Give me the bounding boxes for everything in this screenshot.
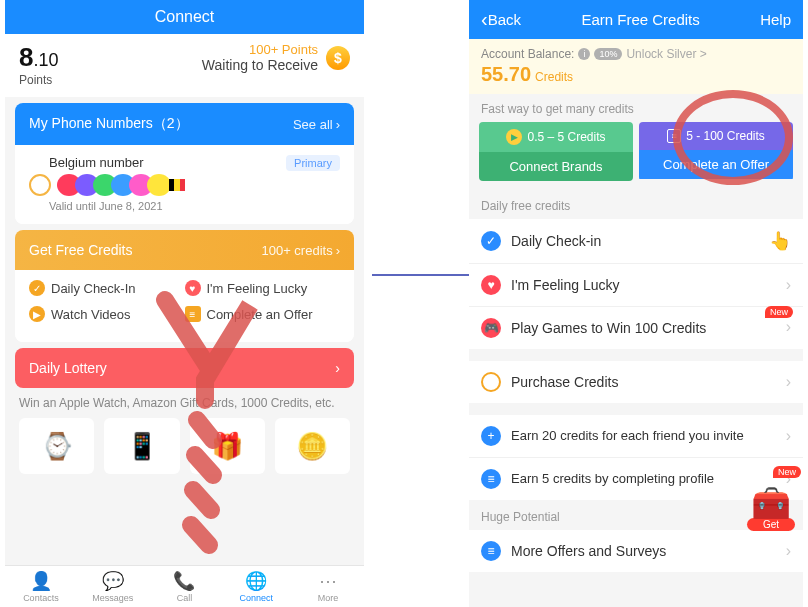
- get-credits-header[interactable]: Get Free Credits 100+ credits›: [15, 230, 354, 270]
- play-icon: ▶: [29, 306, 45, 322]
- heart-icon: ♥: [185, 280, 201, 296]
- chevron-left-icon: ‹: [481, 8, 488, 31]
- item-checkin[interactable]: ✓ Daily Check-in 👆: [469, 219, 803, 264]
- messages-icon: 💬: [77, 570, 149, 592]
- dollar-icon: $: [481, 372, 501, 392]
- prize-watch[interactable]: ⌚: [19, 418, 94, 474]
- heart-icon: ♥: [481, 275, 501, 295]
- points-int: 8: [19, 42, 33, 72]
- badge-icon: [29, 174, 51, 196]
- hearts-row: [29, 174, 340, 196]
- waiting-text: Waiting to Receive: [202, 57, 318, 73]
- my-numbers-title: My Phone Numbers（2）: [29, 115, 189, 133]
- belgium-flag-icon: [169, 179, 185, 191]
- globe-icon: 🌐: [220, 570, 292, 592]
- info-icon[interactable]: i: [578, 48, 590, 60]
- chevron-right-icon: ›: [335, 360, 340, 376]
- list-icon: ≡: [667, 129, 681, 143]
- account-balance-label: Account Balance:: [481, 47, 574, 61]
- gamepad-icon: 🎮: [481, 318, 501, 338]
- person-add-icon: +: [481, 426, 501, 446]
- tab-call[interactable]: 📞Call: [149, 570, 221, 603]
- more-icon: ⋯: [292, 570, 364, 592]
- credit-checkin[interactable]: ✓Daily Check-In: [29, 280, 185, 296]
- back-button[interactable]: ‹Back: [481, 8, 521, 31]
- new-badge: New: [773, 466, 801, 478]
- tab-more[interactable]: ⋯More: [292, 570, 364, 603]
- profile-icon: ≡: [481, 469, 501, 489]
- unlock-link[interactable]: Unlock Silver >: [626, 47, 706, 61]
- waiting-points: 100+ Points: [202, 42, 318, 57]
- play-icon: ▶: [506, 129, 522, 145]
- item-invite[interactable]: + Earn 20 credits for each friend you in…: [469, 415, 803, 458]
- prize-gift[interactable]: 🎁: [190, 418, 265, 474]
- percent-badge: 10%: [594, 48, 622, 60]
- valid-until: Valid until June 8, 2021: [49, 200, 340, 212]
- prize-coins[interactable]: 🪙: [275, 418, 350, 474]
- page-title: Earn Free Credits: [581, 11, 699, 28]
- credit-videos[interactable]: ▶Watch Videos: [29, 306, 185, 322]
- hand-tap-icon: 👆: [769, 230, 791, 252]
- call-icon: 📞: [149, 570, 221, 592]
- credits-label: Credits: [535, 70, 573, 84]
- list-icon: ≡: [481, 541, 501, 561]
- tab-messages[interactable]: 💬Messages: [77, 570, 149, 603]
- credit-offer[interactable]: ≡Complete an Offer: [185, 306, 341, 322]
- check-icon: ✓: [29, 280, 45, 296]
- tab-bar: 👤Contacts 💬Messages 📞Call 🌐Connect ⋯More: [5, 565, 364, 607]
- heart-icon: [147, 174, 171, 196]
- item-more-offers[interactable]: ≡ More Offers and Surveys ›: [469, 530, 803, 572]
- coin-icon: $: [326, 46, 350, 70]
- chest-icon: 🧰: [747, 484, 795, 522]
- points-dec: .10: [33, 50, 58, 70]
- balance-row: 8.10 Points 100+ Points Waiting to Recei…: [5, 34, 364, 97]
- tab-connect[interactable]: 🌐Connect: [220, 570, 292, 603]
- item-lucky[interactable]: ♥ I'm Feeling Lucky ›: [469, 264, 803, 307]
- lottery-header[interactable]: Daily Lottery ›: [15, 348, 354, 388]
- complete-offer-button[interactable]: ≡5 - 100 Credits Complete an Offer: [639, 122, 793, 181]
- new-badge: New: [765, 306, 793, 318]
- chevron-right-icon: ›: [336, 117, 340, 132]
- chevron-right-icon: ›: [786, 373, 791, 391]
- prize-phone[interactable]: 📱: [104, 418, 179, 474]
- my-numbers-header[interactable]: My Phone Numbers（2） See all›: [15, 103, 354, 145]
- chevron-right-icon: ›: [336, 243, 340, 258]
- tab-contacts[interactable]: 👤Contacts: [5, 570, 77, 603]
- primary-badge: Primary: [286, 155, 340, 171]
- daily-credits-label: Daily free credits: [469, 189, 803, 219]
- annotation-arrow: [370, 265, 485, 285]
- check-icon: ✓: [481, 231, 501, 251]
- credits-count: 100+ credits: [261, 243, 332, 258]
- header: ‹Back Earn Free Credits Help: [469, 0, 803, 39]
- chevron-right-icon: ›: [786, 542, 791, 560]
- lottery-title: Daily Lottery: [29, 360, 107, 376]
- item-purchase[interactable]: $ Purchase Credits ›: [469, 361, 803, 403]
- lottery-subtitle: Win an Apple Watch, Amazon Gift Cards, 1…: [5, 388, 364, 418]
- chevron-right-icon: ›: [786, 427, 791, 445]
- chevron-right-icon: ›: [786, 318, 791, 336]
- points-label: Points: [19, 73, 59, 87]
- header-title: Connect: [5, 0, 364, 34]
- treasure-chest[interactable]: 🧰 Get New: [747, 484, 795, 532]
- see-all[interactable]: See all: [293, 117, 333, 132]
- chevron-right-icon: ›: [786, 276, 791, 294]
- help-button[interactable]: Help: [760, 11, 791, 28]
- contacts-icon: 👤: [5, 570, 77, 592]
- get-credits-title: Get Free Credits: [29, 242, 132, 258]
- item-games[interactable]: 🎮 Play Games to Win 100 Credits New ›: [469, 307, 803, 349]
- balance-amount: 55.70: [481, 63, 531, 85]
- credit-lucky[interactable]: ♥I'm Feeling Lucky: [185, 280, 341, 296]
- fast-way-label: Fast way to get many credits: [469, 94, 803, 122]
- connect-brands-button[interactable]: ▶0.5 – 5 Credits Connect Brands: [479, 122, 633, 181]
- list-icon: ≡: [185, 306, 201, 322]
